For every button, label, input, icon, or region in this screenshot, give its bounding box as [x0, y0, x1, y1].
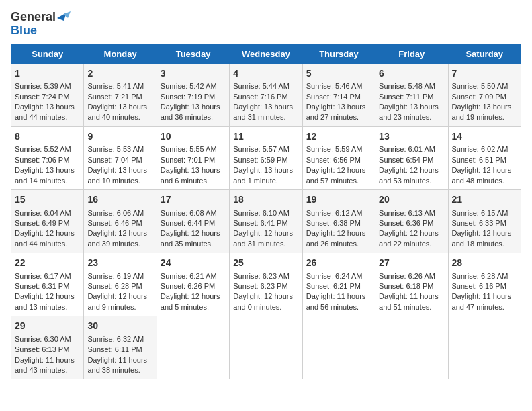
- day-cell: 18Sunrise: 6:10 AMSunset: 6:41 PMDayligh…: [230, 189, 302, 253]
- day-cell: 22Sunrise: 6:17 AMSunset: 6:31 PMDayligh…: [11, 253, 84, 316]
- day-number: 21: [452, 193, 517, 207]
- daylight-text: Daylight: 12 hours and 57 minutes.: [306, 166, 366, 184]
- sunset-text: Sunset: 6:18 PM: [379, 282, 433, 290]
- day-number: 7: [452, 67, 517, 81]
- sunrise-text: Sunrise: 5:52 AM: [15, 145, 71, 153]
- sunrise-text: Sunrise: 6:26 AM: [379, 272, 435, 280]
- day-number: 11: [233, 130, 298, 144]
- day-number: 3: [161, 67, 226, 81]
- day-cell: 30Sunrise: 6:32 AMSunset: 6:11 PMDayligh…: [84, 316, 157, 379]
- sunset-text: Sunset: 6:21 PM: [306, 282, 361, 290]
- daylight-text: Daylight: 13 hours and 14 minutes.: [15, 166, 75, 184]
- day-cell: 5Sunrise: 5:46 AMSunset: 7:14 PMDaylight…: [302, 63, 375, 126]
- sunrise-text: Sunrise: 5:53 AM: [87, 145, 144, 153]
- day-number: 24: [161, 257, 226, 270]
- sunrise-text: Sunrise: 6:13 AM: [379, 209, 435, 217]
- sunrise-text: Sunrise: 5:55 AM: [161, 145, 217, 153]
- sunset-text: Sunset: 7:11 PM: [379, 93, 433, 101]
- daylight-text: Daylight: 11 hours and 51 minutes.: [379, 292, 439, 310]
- sunrise-text: Sunrise: 6:19 AM: [87, 272, 144, 280]
- header-monday: Monday: [84, 44, 157, 63]
- sunset-text: Sunset: 6:44 PM: [161, 219, 215, 227]
- day-cell: 6Sunrise: 5:48 AMSunset: 7:11 PMDaylight…: [375, 63, 448, 126]
- day-number: 6: [379, 67, 444, 81]
- sunset-text: Sunset: 7:01 PM: [161, 156, 215, 164]
- daylight-text: Daylight: 12 hours and 39 minutes.: [87, 229, 147, 247]
- sunrise-text: Sunrise: 6:24 AM: [306, 272, 363, 280]
- sunrise-text: Sunrise: 5:41 AM: [87, 82, 144, 90]
- day-cell: [302, 316, 375, 379]
- sunset-text: Sunset: 6:13 PM: [15, 345, 69, 353]
- day-cell: 23Sunrise: 6:19 AMSunset: 6:28 PMDayligh…: [84, 253, 157, 316]
- day-cell: 26Sunrise: 6:24 AMSunset: 6:21 PMDayligh…: [302, 253, 375, 316]
- sunset-text: Sunset: 6:11 PM: [87, 345, 142, 353]
- sunrise-text: Sunrise: 6:15 AM: [452, 209, 508, 217]
- week-row-4: 22Sunrise: 6:17 AMSunset: 6:31 PMDayligh…: [11, 253, 521, 316]
- sunrise-text: Sunrise: 6:28 AM: [452, 272, 508, 280]
- day-cell: [448, 316, 521, 379]
- day-number: 18: [233, 193, 298, 207]
- daylight-text: Daylight: 13 hours and 27 minutes.: [306, 103, 366, 121]
- day-cell: 16Sunrise: 6:06 AMSunset: 6:46 PMDayligh…: [84, 189, 157, 253]
- sunrise-text: Sunrise: 6:17 AM: [15, 272, 71, 280]
- sunset-text: Sunset: 6:23 PM: [233, 282, 287, 290]
- sunrise-text: Sunrise: 5:57 AM: [233, 145, 290, 153]
- daylight-text: Daylight: 12 hours and 0 minutes.: [233, 292, 293, 310]
- daylight-text: Daylight: 12 hours and 9 minutes.: [87, 292, 147, 310]
- sunrise-text: Sunrise: 5:48 AM: [379, 82, 435, 90]
- header-wednesday: Wednesday: [230, 44, 302, 63]
- daylight-text: Daylight: 13 hours and 31 minutes.: [233, 103, 293, 121]
- day-cell: 19Sunrise: 6:12 AMSunset: 6:38 PMDayligh…: [302, 189, 375, 253]
- day-number: 2: [87, 67, 152, 81]
- sunset-text: Sunset: 6:56 PM: [306, 156, 361, 164]
- sunrise-text: Sunrise: 5:46 AM: [306, 82, 363, 90]
- day-cell: 1Sunrise: 5:39 AMSunset: 7:24 PMDaylight…: [11, 63, 84, 126]
- sunset-text: Sunset: 7:14 PM: [306, 93, 361, 101]
- day-number: 9: [87, 130, 152, 144]
- day-number: 14: [452, 130, 517, 144]
- sunset-text: Sunset: 6:36 PM: [379, 219, 433, 227]
- sunset-text: Sunset: 6:26 PM: [161, 282, 215, 290]
- sunrise-text: Sunrise: 6:08 AM: [161, 209, 217, 217]
- daylight-text: Daylight: 13 hours and 1 minute.: [233, 166, 293, 184]
- day-cell: 8Sunrise: 5:52 AMSunset: 7:06 PMDaylight…: [11, 126, 84, 189]
- sunrise-text: Sunrise: 5:50 AM: [452, 82, 508, 90]
- day-number: 20: [379, 193, 444, 207]
- sunset-text: Sunset: 6:38 PM: [306, 219, 361, 227]
- day-cell: 9Sunrise: 5:53 AMSunset: 7:04 PMDaylight…: [84, 126, 157, 189]
- sunrise-text: Sunrise: 6:32 AM: [87, 335, 144, 343]
- day-number: 29: [15, 320, 80, 333]
- sunrise-text: Sunrise: 5:39 AM: [15, 82, 71, 90]
- logo: General Blue: [11, 11, 71, 38]
- sunset-text: Sunset: 7:19 PM: [161, 93, 215, 101]
- sunset-text: Sunset: 6:46 PM: [87, 219, 142, 227]
- header-friday: Friday: [375, 44, 448, 63]
- sunset-text: Sunset: 7:24 PM: [15, 93, 69, 101]
- day-cell: [157, 316, 229, 379]
- daylight-text: Daylight: 12 hours and 31 minutes.: [233, 229, 293, 247]
- day-number: 30: [87, 320, 152, 333]
- daylight-text: Daylight: 12 hours and 44 minutes.: [15, 229, 75, 247]
- calendar-table: SundayMondayTuesdayWednesdayThursdayFrid…: [11, 44, 521, 380]
- daylight-text: Daylight: 12 hours and 13 minutes.: [15, 292, 75, 310]
- header-row: SundayMondayTuesdayWednesdayThursdayFrid…: [11, 44, 521, 63]
- sunrise-text: Sunrise: 6:01 AM: [379, 145, 435, 153]
- week-row-3: 15Sunrise: 6:04 AMSunset: 6:49 PMDayligh…: [11, 189, 521, 253]
- daylight-text: Daylight: 12 hours and 18 minutes.: [452, 229, 512, 247]
- day-cell: [230, 316, 302, 379]
- day-cell: 3Sunrise: 5:42 AMSunset: 7:19 PMDaylight…: [157, 63, 229, 126]
- daylight-text: Daylight: 12 hours and 5 minutes.: [161, 292, 220, 310]
- sunset-text: Sunset: 6:28 PM: [87, 282, 142, 290]
- sunset-text: Sunset: 6:16 PM: [452, 282, 506, 290]
- header-sunday: Sunday: [11, 44, 84, 63]
- logo-bird-icon: [57, 11, 71, 24]
- header-tuesday: Tuesday: [157, 44, 229, 63]
- day-number: 16: [87, 193, 152, 207]
- sunset-text: Sunset: 6:33 PM: [452, 219, 506, 227]
- page-header: General Blue: [11, 11, 521, 38]
- day-number: 13: [379, 130, 444, 144]
- sunrise-text: Sunrise: 6:23 AM: [233, 272, 290, 280]
- day-number: 17: [161, 193, 226, 207]
- daylight-text: Daylight: 11 hours and 43 minutes.: [15, 356, 75, 374]
- daylight-text: Daylight: 13 hours and 19 minutes.: [452, 103, 512, 121]
